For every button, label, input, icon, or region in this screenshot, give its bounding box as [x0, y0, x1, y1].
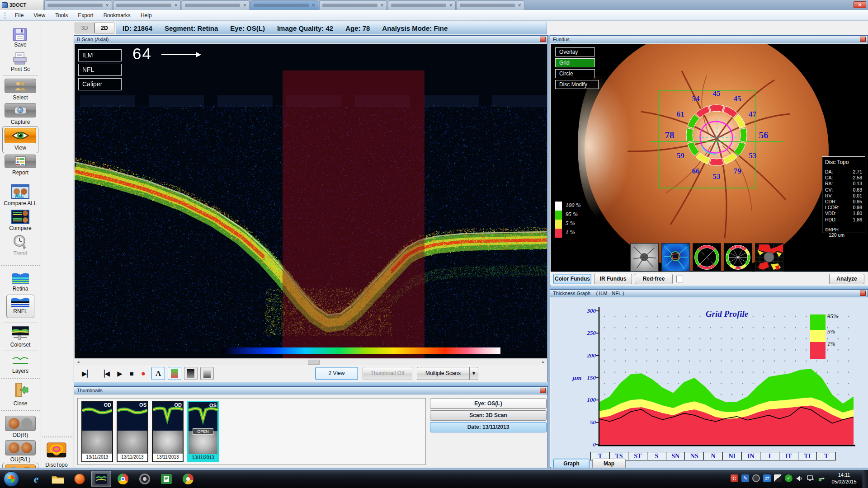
- ou-both-eyes-button[interactable]: [5, 440, 36, 455]
- skip-start-icon[interactable]: ▕◀: [99, 370, 110, 378]
- sidebar-item-close[interactable]: Close: [0, 400, 41, 407]
- quadrant-ring-thumb[interactable]: [693, 243, 721, 272]
- sidebar-item-save[interactable]: Save: [0, 42, 41, 48]
- fundus-checkbox[interactable]: [676, 276, 683, 282]
- background-tab[interactable]: ✕: [457, 0, 524, 10]
- taskbar-chrome-icon[interactable]: [113, 471, 133, 487]
- antivirus-tray-icon[interactable]: ✓: [785, 474, 793, 482]
- tab-close-icon[interactable]: ✕: [380, 3, 384, 8]
- taskbar-3doct-icon[interactable]: [91, 471, 111, 487]
- ccleaner-tray-icon[interactable]: C: [731, 474, 738, 482]
- fundus-minimize-icon[interactable]: [860, 37, 866, 42]
- map-tab-button[interactable]: Map: [592, 459, 626, 469]
- tab-close-icon[interactable]: ✕: [243, 3, 246, 8]
- select-button[interactable]: [5, 79, 36, 93]
- sidebar-item-view[interactable]: View: [0, 145, 41, 151]
- taskbar-ie-icon[interactable]: e: [26, 471, 46, 487]
- chevron-down-icon[interactable]: ▾: [469, 367, 478, 380]
- tab-close-icon[interactable]: ✕: [174, 3, 178, 8]
- menu-item-bookmarks[interactable]: Bookmarks: [99, 11, 136, 20]
- sidebar-item-print-screen[interactable]: Print Sc: [0, 66, 41, 72]
- tab-2d[interactable]: 2D: [94, 23, 114, 33]
- menu-item-tools[interactable]: Tools: [50, 11, 73, 20]
- clock-hour-ring-thumb[interactable]: [724, 243, 752, 272]
- sidebar-item-report[interactable]: Report: [0, 169, 41, 176]
- thickness-map-thumb[interactable]: [661, 243, 690, 272]
- sidebar-item-compare[interactable]: Compare: [0, 225, 41, 231]
- taskbar-app-icon[interactable]: [178, 471, 198, 487]
- sidebar-item-ou[interactable]: OU(R/L): [0, 456, 41, 463]
- play-icon[interactable]: ▶: [117, 370, 123, 378]
- fundus-image-area[interactable]: 454547565379536659786154 Overlay Grid Ci…: [551, 44, 868, 272]
- scrollbar-left-arrow[interactable]: ◄: [76, 360, 80, 364]
- thumbnails-minimize-icon[interactable]: [540, 388, 546, 393]
- colorset-icon[interactable]: [12, 326, 29, 340]
- sidebar-item-od[interactable]: OD(R): [0, 432, 41, 438]
- taskbar-explorer-icon[interactable]: [48, 471, 68, 487]
- start-button[interactable]: [4, 471, 19, 487]
- tab-close-icon[interactable]: ✕: [105, 3, 109, 8]
- teamviewer-tray-icon[interactable]: ⇄: [763, 474, 771, 482]
- two-view-button[interactable]: 2 View: [315, 367, 358, 380]
- view-button[interactable]: [5, 128, 36, 143]
- compare-icon[interactable]: [11, 210, 29, 224]
- eye-selector-button[interactable]: Eye: OS(L): [430, 399, 547, 409]
- taskbar-media-icon[interactable]: [70, 471, 90, 487]
- disctopo-icon[interactable]: [46, 442, 67, 461]
- inverse-gray-button[interactable]: [200, 367, 214, 380]
- sidebar-item-select[interactable]: Select: [0, 94, 41, 101]
- bscan-image-area[interactable]: ILM NFL Caliper 64: [75, 44, 547, 358]
- sidebar-item-layers[interactable]: Layers: [0, 368, 41, 374]
- background-tab[interactable]: ✕: [113, 0, 181, 10]
- annotation-button[interactable]: A: [151, 367, 165, 380]
- eraser-tray-icon[interactable]: [774, 474, 782, 482]
- usb-tray-icon[interactable]: [817, 474, 825, 482]
- network-tray-icon[interactable]: [807, 474, 814, 482]
- red-free-button[interactable]: Red-free: [635, 274, 673, 284]
- tab-close-icon[interactable]: ✕: [518, 3, 521, 8]
- taskbar-clock[interactable]: 14:11 05/02/2015: [827, 472, 861, 485]
- capture-button[interactable]: [5, 103, 36, 117]
- graph-tab-button[interactable]: Graph: [553, 459, 590, 469]
- skip-end-icon[interactable]: ▶▏: [82, 370, 92, 378]
- tab-close-icon[interactable]: ✕: [311, 3, 315, 8]
- thickness-minimize-icon[interactable]: [860, 291, 866, 296]
- scan-thumbnail-4[interactable]: OSOPEN13/11/2013: [187, 401, 219, 462]
- tab-close-icon[interactable]: ✕: [449, 3, 453, 8]
- bscan-minimize-icon[interactable]: [540, 37, 546, 42]
- scan-thumbnail-2[interactable]: OS13/11/2013: [117, 401, 148, 462]
- background-tab[interactable]: ✕: [250, 0, 318, 10]
- rnfl-button[interactable]: RNFL: [6, 295, 34, 318]
- bscan-scrollbar[interactable]: ◄ ►: [75, 358, 547, 365]
- od-right-eye-button[interactable]: [5, 416, 36, 431]
- retina-icon[interactable]: [12, 271, 29, 284]
- scrollbar-right-arrow[interactable]: ►: [542, 360, 545, 364]
- volume-tray-icon[interactable]: [796, 474, 803, 482]
- show-desktop-button[interactable]: [863, 470, 868, 488]
- paint-tray-icon[interactable]: ✎: [741, 474, 749, 482]
- grid-button[interactable]: Grid: [555, 58, 595, 67]
- save-icon[interactable]: [12, 28, 28, 42]
- caliper-button[interactable]: Caliper: [78, 78, 122, 90]
- sidebar-item-compare-all[interactable]: Compare ALL: [0, 200, 41, 206]
- menu-item-view[interactable]: View: [28, 11, 50, 20]
- significance-map-thumb[interactable]: [755, 243, 783, 272]
- background-tab[interactable]: ✕: [319, 0, 387, 10]
- nfl-button[interactable]: NFL: [78, 64, 122, 76]
- color-scale-button[interactable]: [168, 367, 181, 380]
- print-icon[interactable]: [12, 52, 28, 65]
- record-icon[interactable]: ●: [141, 369, 146, 378]
- layers-icon[interactable]: [12, 355, 29, 366]
- analyze-button[interactable]: Analyze: [829, 274, 864, 284]
- overlay-button[interactable]: Overlay: [555, 47, 595, 56]
- scan-thumbnail-3[interactable]: OD13/11/2013: [152, 401, 184, 462]
- close-door-icon[interactable]: [13, 382, 29, 399]
- color-fundus-button[interactable]: Color Fundus: [553, 274, 591, 284]
- stop-icon[interactable]: ■: [130, 370, 134, 377]
- circle-button[interactable]: Circle: [555, 69, 595, 78]
- background-tab[interactable]: ✕: [388, 0, 456, 10]
- date-button[interactable]: Date: 13/11/2013: [430, 422, 547, 432]
- background-tab[interactable]: ✕: [182, 0, 250, 10]
- background-tab[interactable]: ✕: [44, 0, 112, 10]
- menu-item-file[interactable]: File: [10, 11, 28, 20]
